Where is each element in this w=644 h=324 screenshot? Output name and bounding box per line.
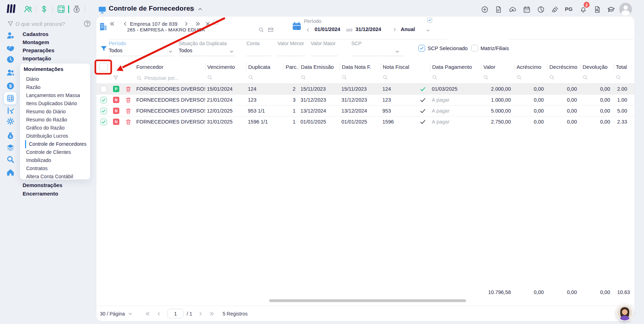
- company-close-icon[interactable]: [205, 21, 211, 27]
- submenu-item-8[interactable]: Distribuição Lucros: [26, 132, 89, 140]
- sidebar-filter-icon[interactable]: [7, 20, 14, 27]
- grid-filter-icon[interactable]: [100, 45, 108, 53]
- sidebar-item-demonstracoes[interactable]: Demonstrações: [23, 182, 62, 188]
- period-next-icon[interactable]: [392, 27, 397, 32]
- submenu-item-10[interactable]: Controle de Clientes: [26, 148, 89, 156]
- submenu-item-9[interactable]: Controle de Fornecedores: [25, 140, 88, 148]
- col-valor[interactable]: Valor: [481, 63, 514, 71]
- col-decrescimo[interactable]: Decréscimo: [547, 63, 580, 71]
- period-mode-select[interactable]: Anual: [401, 26, 415, 32]
- add-icon[interactable]: [481, 6, 489, 13]
- period-end-date[interactable]: 31/12/2024: [356, 26, 381, 32]
- data-nota-f-search-icon[interactable]: [341, 74, 347, 80]
- submenu-item-12[interactable]: Contratos: [26, 164, 89, 173]
- submenu-item-4[interactable]: Itens Duplicados Diário: [26, 100, 89, 108]
- col-devolucao[interactable]: Devolução: [580, 63, 614, 71]
- col-data-pagamento[interactable]: Data Pagamento: [430, 63, 481, 71]
- filter-periodo-chevron-icon[interactable]: [168, 49, 173, 54]
- submenu-item-2[interactable]: Razão: [26, 83, 89, 91]
- delete-row-icon[interactable]: [125, 86, 132, 92]
- learning-icon[interactable]: [607, 6, 615, 13]
- period-multiselect-checkbox[interactable]: [427, 18, 432, 23]
- data-pagamento-search-icon[interactable]: [432, 74, 437, 80]
- matriz-filiais-checkbox[interactable]: [471, 45, 478, 52]
- col-nota-fiscal[interactable]: Nota Fiscal: [381, 63, 416, 71]
- sidebar-item-importacao[interactable]: Importação: [23, 55, 51, 61]
- delete-row-icon[interactable]: [125, 108, 132, 114]
- broom-icon[interactable]: [551, 6, 559, 13]
- col-duplicata[interactable]: Duplicata: [246, 63, 284, 71]
- rail-calculator-icon[interactable]: [6, 94, 15, 103]
- company-first-icon[interactable]: [109, 21, 115, 27]
- company-multiselect-checkbox[interactable]: [213, 20, 218, 25]
- filter-valor-maior-input[interactable]: [311, 56, 338, 56]
- next-page-icon[interactable]: [198, 311, 203, 317]
- collapse-header-icon[interactable]: [197, 6, 203, 12]
- duplicata-search-icon[interactable]: [248, 74, 254, 80]
- rail-gear-icon[interactable]: [6, 117, 15, 126]
- submenu-item-11[interactable]: Imobilizado: [26, 156, 89, 164]
- row-checkbox[interactable]: [100, 86, 107, 92]
- col-total[interactable]: Total: [614, 63, 634, 71]
- sidebar-item-preparacoes[interactable]: Preparações: [23, 47, 54, 53]
- period-mode-chevron-icon[interactable]: [425, 28, 430, 33]
- table-row[interactable]: N FORNECEDORES DIVERSOS 21/01/2024 123 3…: [96, 94, 634, 105]
- rail-dollar-icon[interactable]: $: [6, 82, 15, 90]
- info-icon[interactable]: [189, 6, 195, 12]
- support-chat-avatar[interactable]: [616, 305, 633, 321]
- page-size-select[interactable]: 30 / Página: [100, 311, 125, 317]
- col-fornecedor[interactable]: Fornecedor: [135, 63, 205, 71]
- data-emissao-search-icon[interactable]: [300, 74, 306, 80]
- scp-selecionado-checkbox[interactable]: [418, 45, 425, 52]
- fornecedor-search-input[interactable]: [144, 75, 197, 81]
- vencimento-search-icon[interactable]: [207, 74, 213, 80]
- horizontal-scrollbar[interactable]: [269, 299, 466, 302]
- scp-selecionado-label[interactable]: SCP Selecionado: [428, 46, 467, 51]
- filter-periodo-select[interactable]: Todos: [109, 48, 123, 53]
- submenu-item-1[interactable]: Diário: [26, 75, 89, 83]
- select-all-checkbox[interactable]: [99, 63, 108, 71]
- upload-icon[interactable]: [509, 6, 517, 13]
- filter-valor-menor-input[interactable]: [278, 56, 305, 56]
- rail-layers-icon[interactable]: [6, 143, 15, 152]
- filter-situacao-chevron-icon[interactable]: [229, 49, 234, 54]
- module-finance-icon[interactable]: [40, 5, 49, 14]
- submenu-item-6[interactable]: Resumo do Razão: [26, 116, 89, 124]
- rail-clock-icon[interactable]: [6, 55, 15, 64]
- col-parc[interactable]: Parc.: [284, 63, 299, 71]
- table-row[interactable]: P FORNECEDORES DIVERSOS 15/01/2024 124 2…: [96, 83, 634, 94]
- last-page-icon[interactable]: [209, 311, 215, 317]
- col-vencimento[interactable]: Vencimento: [205, 63, 246, 71]
- company-prev-icon[interactable]: [122, 21, 128, 27]
- submenu-title[interactable]: Movimentações: [24, 66, 64, 72]
- filter-situacao-select[interactable]: Todos: [179, 48, 192, 53]
- audit-icon[interactable]: [594, 6, 601, 13]
- rail-user-cog-icon[interactable]: [6, 31, 15, 40]
- rail-trending-icon[interactable]: [6, 106, 15, 115]
- row-checkbox[interactable]: [100, 108, 107, 114]
- user-avatar[interactable]: [619, 3, 632, 16]
- filter-scp-chevron-icon[interactable]: [395, 49, 400, 54]
- valor-search-icon[interactable]: [483, 74, 489, 80]
- rail-home-icon[interactable]: [6, 168, 15, 177]
- period-calendar-icon[interactable]: [292, 21, 302, 31]
- col-acrescimo[interactable]: Acréscimo: [514, 63, 547, 71]
- rail-users-icon[interactable]: [6, 68, 15, 77]
- first-page-icon[interactable]: [145, 311, 150, 317]
- period-start-date[interactable]: 01/01/2024: [315, 26, 340, 32]
- table-row[interactable]: N FORNECEDORES DIVERSOS 31/01/2025 1596 …: [96, 116, 634, 127]
- submenu-item-13[interactable]: Altera Conta Contábil: [26, 173, 89, 181]
- calendar-icon[interactable]: [523, 6, 531, 13]
- nota-fiscal-search-icon[interactable]: [382, 74, 388, 80]
- sidebar-item-montagem[interactable]: Montagem: [23, 39, 49, 45]
- rail-handshake-icon[interactable]: [6, 44, 15, 53]
- delete-row-icon[interactable]: [125, 97, 132, 103]
- sidebar-item-cadastros[interactable]: Cadastros: [23, 31, 48, 37]
- devolucao-search-icon[interactable]: [582, 74, 588, 80]
- total-search-icon[interactable]: [615, 74, 621, 80]
- acrescimo-search-icon[interactable]: [516, 74, 522, 80]
- matriz-filiais-label[interactable]: Matriz/Filiais: [481, 46, 509, 51]
- rail-search-icon[interactable]: [6, 155, 15, 164]
- company-search-icon[interactable]: [258, 27, 264, 33]
- row-filter-icon[interactable]: [113, 75, 119, 81]
